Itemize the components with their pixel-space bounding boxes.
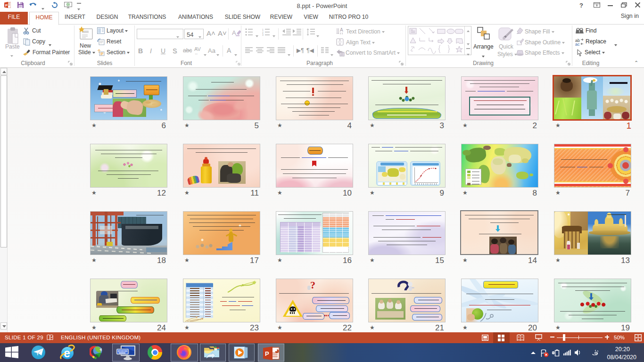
svg-text:A: A bbox=[340, 27, 343, 33]
svg-text:A: A bbox=[232, 29, 236, 36]
svg-text:ac: ac bbox=[575, 42, 580, 46]
svg-text:P: P bbox=[265, 350, 269, 357]
svg-text:3: 3 bbox=[262, 33, 264, 36]
